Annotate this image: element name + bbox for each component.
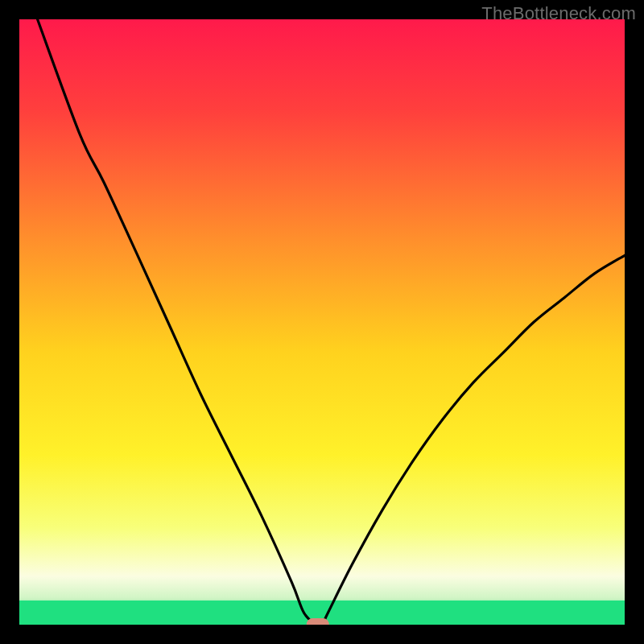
chart-frame: TheBottleneck.com <box>0 0 644 644</box>
chart-minimum-marker <box>307 618 329 625</box>
chart-plot-area <box>19 19 625 625</box>
attribution-watermark: TheBottleneck.com <box>481 3 636 24</box>
bottleneck-chart <box>19 19 625 625</box>
svg-rect-0 <box>307 618 329 625</box>
